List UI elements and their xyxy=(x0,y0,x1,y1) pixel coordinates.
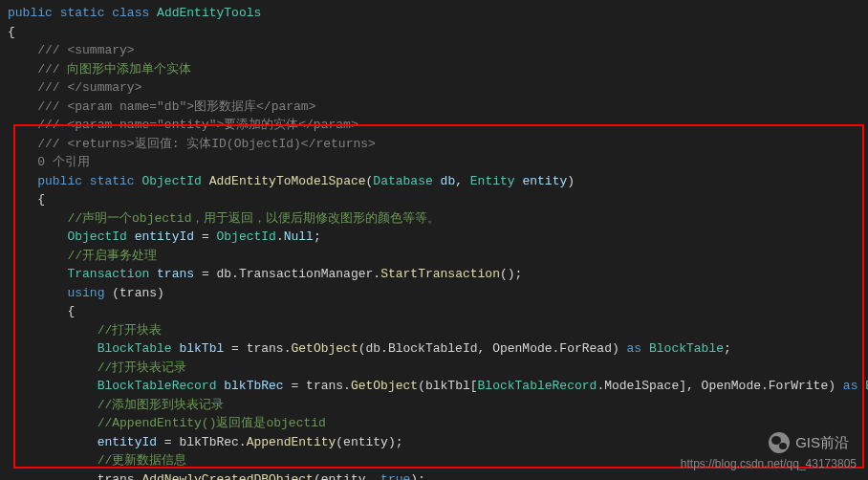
wechat-icon xyxy=(769,432,790,453)
code-line: public static ObjectId AddEntityToModelS… xyxy=(8,172,860,191)
watermark-text: https://blog.csdn.net/qq_43173805 xyxy=(681,455,857,472)
code-line: entityId = blkTbRec.AppendEntity(entity)… xyxy=(8,433,860,452)
code-line: //打开块表记录 xyxy=(8,359,860,378)
code-line: //打开块表 xyxy=(8,321,860,340)
code-line: /// </summary> xyxy=(8,78,860,98)
code-line: /// <param name="db">图形数据库</param> xyxy=(8,98,860,117)
code-line: /// 向图形中添加单个实体 xyxy=(8,60,860,79)
code-line: BlockTableRecord blkTbRec = trans.GetObj… xyxy=(8,377,860,396)
code-line: BlockTable blkTbl = trans.GetObject(db.B… xyxy=(8,339,860,359)
code-line: ObjectId entityId = ObjectId.Null; xyxy=(8,228,860,247)
code-line: /// <summary> xyxy=(8,41,860,60)
code-line: 0 个引用 xyxy=(8,153,860,172)
code-line: //声明一个objectid，用于返回，以便后期修改图形的颜色等等。 xyxy=(8,209,860,229)
code-line: using (trans) xyxy=(8,284,860,303)
code-line: /// <param name="entity">要添加的实体</param> xyxy=(8,116,860,135)
code-line: public static class AddEntityTools xyxy=(8,4,860,23)
code-line: //开启事务处理 xyxy=(8,247,860,266)
code-line: Transaction trans = db.TransactionManage… xyxy=(8,265,860,284)
code-line: { xyxy=(8,190,860,209)
code-line: { xyxy=(8,302,860,321)
code-editor[interactable]: public static class AddEntityTools { ///… xyxy=(0,0,868,480)
code-line: { xyxy=(8,23,860,42)
code-line: //AppendEntity()返回值是objectid xyxy=(8,414,860,433)
code-line: /// <returns>返回值: 实体ID(ObjectId)</return… xyxy=(8,135,860,154)
wechat-badge: GIS前沿 xyxy=(769,432,849,454)
wechat-label: GIS前沿 xyxy=(795,432,849,454)
code-line: //添加图形到块表记录 xyxy=(8,396,860,415)
